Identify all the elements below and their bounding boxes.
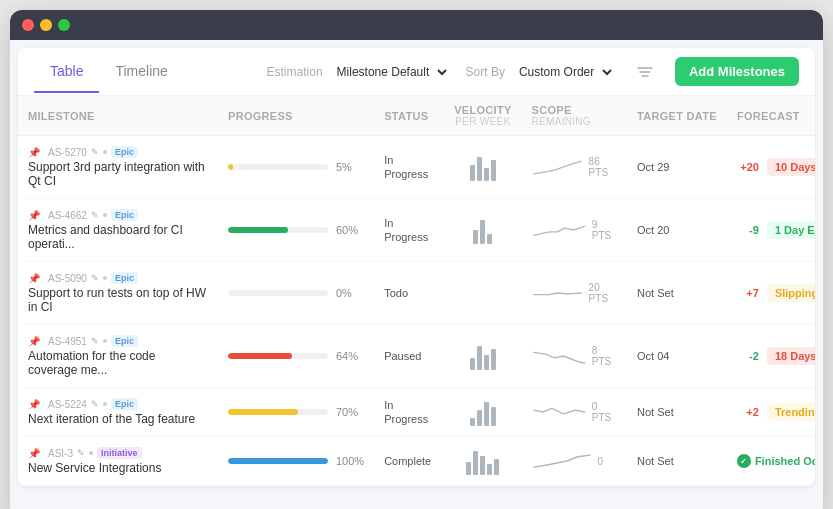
col-milestone: Milestone — [18, 96, 218, 136]
scope-pts: 20 PTS — [589, 282, 617, 304]
type-tag: Epic — [111, 398, 138, 410]
status-cell: In Progress — [374, 199, 444, 262]
filter-icon[interactable] — [631, 58, 659, 86]
progress-cell: 0% — [218, 262, 374, 325]
milestone-name: Support to run tests on top of HW in CI — [28, 286, 208, 314]
dot-separator — [103, 213, 107, 217]
progress-bar-wrap: 5% — [228, 161, 364, 173]
pin-icon: 📌 — [28, 448, 40, 459]
edit-icon[interactable]: ✎ — [91, 336, 99, 346]
dot-separator — [103, 276, 107, 280]
pin-icon: 📌 — [28, 147, 40, 158]
table-row: 📌 AS-5090 ✎ Epic Support to run tests on… — [18, 262, 815, 325]
titlebar — [10, 10, 823, 40]
milestone-name: Support 3rd party integration with Qt CI — [28, 160, 208, 188]
forecast-cell: ✓ Finished Oct 10 — [727, 437, 815, 486]
edit-icon[interactable]: ✎ — [91, 210, 99, 220]
milestone-name: Next iteration of the Tag feature — [28, 412, 208, 426]
type-tag: Epic — [111, 335, 138, 347]
milestone-cell: 📌 AS-5090 ✎ Epic Support to run tests on… — [18, 262, 218, 325]
scope-cell: 9 PTS — [522, 199, 627, 262]
milestone-id: AS-5270 — [48, 147, 87, 158]
progress-pct: 0% — [336, 287, 360, 299]
app-content: Table Timeline Estimation Milestone Defa… — [18, 48, 815, 486]
add-milestones-button[interactable]: Add Milestones — [675, 57, 799, 86]
col-target: Target Date — [627, 96, 727, 136]
pin-icon: 📌 — [28, 210, 40, 221]
forecast-cell: -91 Day Early — [727, 199, 815, 262]
sortby-select[interactable]: Custom Order — [511, 62, 615, 82]
milestone-meta: 📌 AS-5224 ✎ Epic — [28, 398, 208, 410]
velocity-cell — [444, 325, 521, 388]
progress-pct: 70% — [336, 406, 360, 418]
maximize-button[interactable] — [58, 19, 70, 31]
milestone-cell: 📌 AS-4662 ✎ Epic Metrics and dashboard f… — [18, 199, 218, 262]
header: Table Timeline Estimation Milestone Defa… — [18, 48, 815, 96]
table-row: 📌 AS-5270 ✎ Epic Support 3rd party integ… — [18, 136, 815, 199]
velocity-cell — [444, 388, 521, 437]
col-velocity: VelocityPer Week — [444, 96, 521, 136]
pin-icon: 📌 — [28, 336, 40, 347]
progress-fill — [228, 409, 298, 415]
edit-icon[interactable]: ✎ — [77, 448, 85, 458]
target-cell: Not Set — [627, 388, 727, 437]
progress-bar — [228, 164, 328, 170]
scope-inner: 0 PTS — [532, 400, 617, 424]
status-cell: Todo — [374, 262, 444, 325]
minimize-button[interactable] — [40, 19, 52, 31]
forecast-cell: +2010 Days Late — [727, 136, 815, 199]
app-window: Table Timeline Estimation Milestone Defa… — [10, 10, 823, 509]
progress-bar-wrap: 64% — [228, 350, 364, 362]
table-container: Milestone Progress Status VelocityPer We… — [18, 96, 815, 486]
header-controls: Estimation Milestone Default Sort By Cus… — [267, 57, 799, 86]
status-cell: In Progress — [374, 136, 444, 199]
status-text: In Progress — [384, 217, 428, 243]
progress-bar — [228, 353, 328, 359]
table-row: 📌 AS-4662 ✎ Epic Metrics and dashboard f… — [18, 199, 815, 262]
type-tag: Epic — [111, 272, 138, 284]
edit-icon[interactable]: ✎ — [91, 273, 99, 283]
col-forecast: Forecast — [727, 96, 815, 136]
type-tag: Initiative — [97, 447, 142, 459]
velocity-cell — [444, 136, 521, 199]
table-body: 📌 AS-5270 ✎ Epic Support 3rd party integ… — [18, 136, 815, 486]
sortby-dropdown-group: Sort By Custom Order — [466, 62, 615, 82]
progress-bar-wrap: 60% — [228, 224, 364, 236]
check-icon: ✓ — [737, 454, 751, 468]
status-text: Complete — [384, 455, 431, 467]
status-cell: In Progress — [374, 388, 444, 437]
forecast-inner: ✓ Finished Oct 10 — [737, 454, 815, 468]
milestone-cell: 📌 AS-4951 ✎ Epic Automation for the code… — [18, 325, 218, 388]
progress-fill — [228, 458, 328, 464]
milestone-meta: 📌 AS-4951 ✎ Epic — [28, 335, 208, 347]
progress-pct: 64% — [336, 350, 360, 362]
milestone-meta: 📌 AS-5090 ✎ Epic — [28, 272, 208, 284]
progress-cell: 70% — [218, 388, 374, 437]
close-button[interactable] — [22, 19, 34, 31]
progress-bar — [228, 458, 328, 464]
estimation-select[interactable]: Milestone Default — [329, 62, 450, 82]
milestones-table: Milestone Progress Status VelocityPer We… — [18, 96, 815, 486]
tab-table[interactable]: Table — [34, 51, 99, 93]
edit-icon[interactable]: ✎ — [91, 399, 99, 409]
milestone-id: AS-5224 — [48, 399, 87, 410]
status-text: In Progress — [384, 154, 428, 180]
forecast-cell: -218 Days Late — [727, 325, 815, 388]
status-cell: Paused — [374, 325, 444, 388]
status-text: Todo — [384, 287, 408, 299]
forecast-badge: 10 Days Late — [767, 158, 815, 176]
forecast-badge: 18 Days Late — [767, 347, 815, 365]
forecast-badge: ✓ Finished Oct 10 — [737, 454, 815, 468]
progress-bar-wrap: 0% — [228, 287, 364, 299]
edit-icon[interactable]: ✎ — [91, 147, 99, 157]
scope-pts: 9 PTS — [592, 219, 617, 241]
col-progress: Progress — [218, 96, 374, 136]
velocity-cell — [444, 262, 521, 325]
milestone-id: AS-5090 — [48, 273, 87, 284]
sortby-label: Sort By — [466, 65, 505, 79]
tab-timeline[interactable]: Timeline — [99, 51, 183, 93]
pin-icon: 📌 — [28, 399, 40, 410]
forecast-delta: +7 — [737, 287, 759, 299]
progress-pct: 100% — [336, 455, 364, 467]
target-cell: Not Set — [627, 437, 727, 486]
